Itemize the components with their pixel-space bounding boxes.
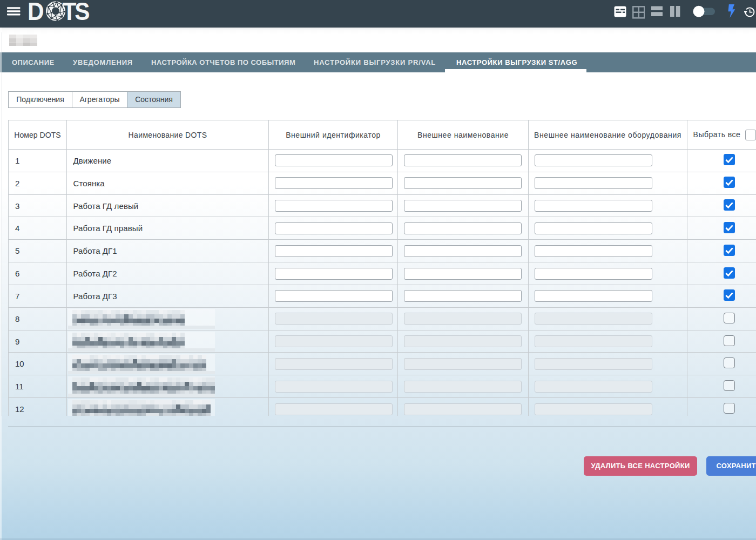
svg-text:D: D [29,1,44,25]
svg-text:TS: TS [63,1,90,25]
